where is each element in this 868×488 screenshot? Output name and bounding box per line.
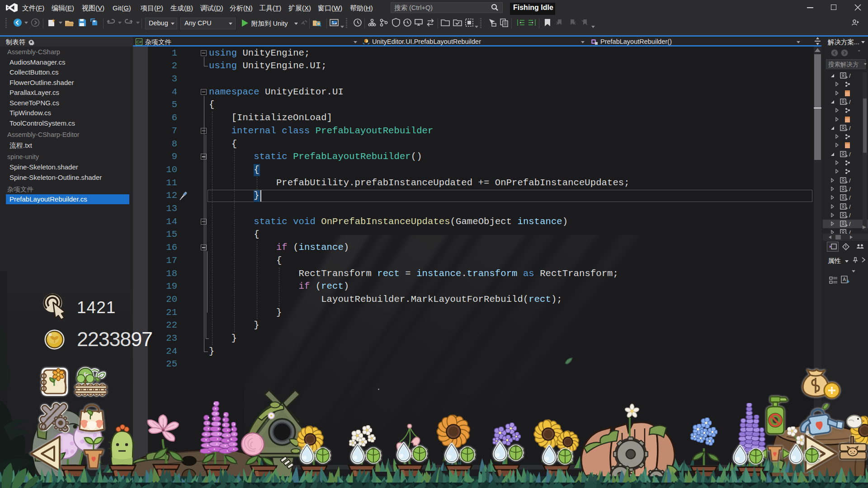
- svg-text:C#: C#: [137, 40, 142, 44]
- svg-text:A: A: [843, 277, 846, 282]
